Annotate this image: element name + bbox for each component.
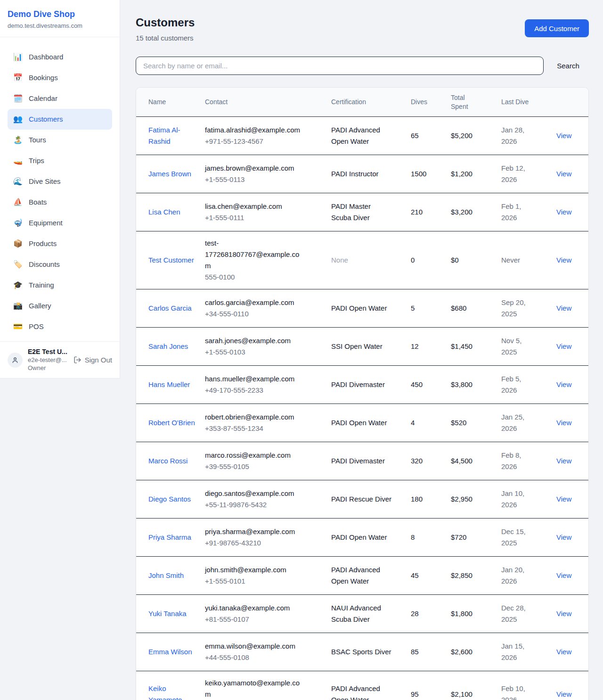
sidebar-item-trips[interactable]: 🚤 Trips	[8, 150, 112, 171]
customer-contact: hans.mueller@example.com +49-170-555-223…	[205, 373, 331, 396]
page-header-text: Customers 15 total customers	[136, 16, 195, 42]
sidebar-item-label: Products	[29, 238, 57, 249]
view-customer-link[interactable]: View	[556, 304, 571, 312]
customer-last-dive: Nov 5, 2025	[501, 335, 551, 358]
view-customer-link[interactable]: View	[556, 457, 571, 465]
search-button[interactable]: Search	[544, 62, 589, 70]
sidebar-item-products[interactable]: 📦 Products	[8, 233, 112, 254]
sidebar-item-equipment[interactable]: 🤿 Equipment	[8, 213, 112, 233]
customer-dives: 8	[411, 532, 451, 543]
customer-email: sarah.jones@example.com	[205, 335, 305, 346]
sidebar-item-training[interactable]: 🎓 Training	[8, 275, 112, 296]
customer-name-link[interactable]: Keiko Yamamoto	[148, 684, 182, 700]
customer-row: Lisa Chen lisa.chen@example.com +1-555-0…	[136, 193, 588, 231]
customer-dives: 180	[411, 494, 451, 505]
bar-chart-icon: 📊	[13, 51, 23, 63]
customer-name-link[interactable]: Sarah Jones	[148, 342, 188, 350]
customer-name-link[interactable]: Lisa Chen	[148, 208, 180, 216]
customer-name-link[interactable]: James Brown	[148, 170, 191, 178]
customer-name-link[interactable]: Hans Mueller	[148, 380, 190, 388]
customer-name-link[interactable]: Yuki Tanaka	[148, 609, 187, 618]
customer-name-link[interactable]: Test Customer	[148, 256, 194, 264]
sidebar-item-bookings[interactable]: 📅 Bookings	[8, 67, 112, 88]
customer-phone: +971-55-123-4567	[205, 136, 305, 147]
customer-contact: lisa.chen@example.com +1-555-0111	[205, 201, 331, 223]
camera-icon: 📸	[13, 300, 23, 312]
customer-name-link[interactable]: Priya Sharma	[148, 533, 191, 541]
sailboat-icon: ⛵	[13, 197, 23, 208]
customer-row: Robert O'Brien robert.obrien@example.com…	[136, 404, 588, 442]
view-customer-link[interactable]: View	[556, 256, 571, 264]
customer-phone: +353-87-555-1234	[205, 423, 305, 434]
view-customer-link[interactable]: View	[556, 342, 571, 350]
customer-name-link[interactable]: John Smith	[148, 571, 184, 579]
brand-link[interactable]: Demo Dive Shop	[8, 9, 112, 19]
view-customer-link[interactable]: View	[556, 571, 571, 579]
customer-email: robert.obrien@example.com	[205, 412, 305, 423]
view-customer-link[interactable]: View	[556, 208, 571, 216]
customer-certification: PADI Rescue Diver	[331, 494, 411, 505]
customer-last-dive: Sep 20, 2025	[501, 297, 551, 320]
customer-contact: john.smith@example.com +1-555-0101	[205, 564, 331, 587]
sidebar-item-tours[interactable]: 🏝️ Tours	[8, 130, 112, 150]
customer-dives: 12	[411, 341, 451, 352]
customer-dives: 85	[411, 646, 451, 658]
customer-name-link[interactable]: Carlos Garcia	[148, 304, 192, 312]
sidebar-item-pos[interactable]: 💳 POS	[8, 316, 112, 337]
view-customer-link[interactable]: View	[556, 495, 571, 503]
customer-contact: sarah.jones@example.com +1-555-0103	[205, 335, 331, 358]
wave-icon: 🌊	[13, 176, 23, 187]
sidebar-item-dashboard[interactable]: 📊 Dashboard	[8, 47, 112, 67]
sidebar-item-discounts[interactable]: 🏷️ Discounts	[8, 254, 112, 275]
column-header-name: Name	[136, 98, 205, 107]
customer-name-link[interactable]: Robert O'Brien	[148, 419, 195, 427]
customer-total-spent: $1,800	[451, 608, 501, 619]
customer-email: test-1772681807767@example.com	[205, 238, 305, 272]
customer-email: emma.wilson@example.com	[205, 641, 305, 652]
customer-row: Fatima Al-Rashid fatima.alrashid@example…	[136, 117, 588, 155]
customers-table: Name Contact Certification Dives Total S…	[136, 87, 589, 700]
sign-out-icon	[73, 356, 81, 364]
view-customer-link[interactable]: View	[556, 132, 571, 140]
search-input[interactable]	[136, 57, 544, 75]
customer-certification: BSAC Sports Diver	[331, 646, 411, 658]
view-customer-link[interactable]: View	[556, 690, 571, 698]
customer-contact: emma.wilson@example.com +44-555-0108	[205, 641, 331, 663]
customer-phone: +34-555-0110	[205, 308, 305, 320]
customer-last-dive: Feb 5, 2026	[501, 373, 551, 396]
sidebar-item-gallery[interactable]: 📸 Gallery	[8, 296, 112, 316]
column-header-certification: Certification	[331, 98, 411, 107]
sidebar-item-label: Dashboard	[29, 51, 63, 63]
sidebar-item-label: Dive Sites	[29, 176, 61, 187]
customer-phone: +91-98765-43210	[205, 537, 305, 549]
customer-name-link[interactable]: Fatima Al-Rashid	[148, 126, 180, 145]
sidebar-item-calendar[interactable]: 🗓️ Calendar	[8, 88, 112, 109]
view-customer-link[interactable]: View	[556, 609, 571, 618]
customer-total-spent: $2,100	[451, 689, 501, 700]
customer-certification: PADI Open Water	[331, 303, 411, 314]
customer-name-link[interactable]: Emma Wilson	[148, 648, 192, 656]
customer-dives: 45	[411, 570, 451, 581]
view-customer-link[interactable]: View	[556, 380, 571, 388]
sign-out-button[interactable]: Sign Out	[73, 356, 112, 364]
sidebar-item-customers[interactable]: 👥 Customers	[8, 109, 112, 130]
customer-email: keiko.yamamoto@example.com	[205, 677, 305, 700]
diving-mask-icon: 🤿	[13, 217, 23, 229]
speedboat-icon: 🚤	[13, 155, 23, 166]
customer-row: Marco Rossi marco.rossi@example.com +39-…	[136, 442, 588, 480]
sidebar-item-boats[interactable]: ⛵ Boats	[8, 192, 112, 213]
customer-name-link[interactable]: Diego Santos	[148, 495, 191, 503]
page-header: Customers 15 total customers Add Custome…	[136, 16, 589, 42]
customer-certification: PADI Open Water	[331, 532, 411, 543]
view-customer-link[interactable]: View	[556, 419, 571, 427]
customer-total-spent: $2,950	[451, 494, 501, 505]
view-customer-link[interactable]: View	[556, 170, 571, 178]
view-customer-link[interactable]: View	[556, 533, 571, 541]
view-customer-link[interactable]: View	[556, 648, 571, 656]
customer-name-link[interactable]: Marco Rossi	[148, 457, 187, 465]
add-customer-button[interactable]: Add Customer	[525, 19, 589, 37]
customer-total-spent: $680	[451, 303, 501, 314]
customer-row: Test Customer test-1772681807767@example…	[136, 231, 588, 289]
customer-contact: priya.sharma@example.com +91-98765-43210	[205, 526, 331, 549]
sidebar-item-dive-sites[interactable]: 🌊 Dive Sites	[8, 171, 112, 192]
